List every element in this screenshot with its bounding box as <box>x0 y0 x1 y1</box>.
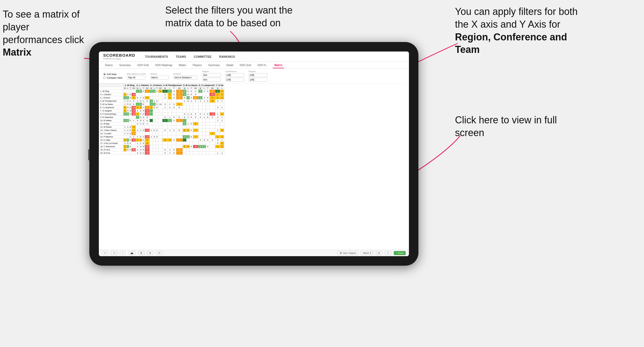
tab-detail[interactable]: Detail <box>225 63 235 68</box>
row-name-6: 6. C Lamprecht <box>99 106 123 109</box>
conference-select2[interactable]: (All) <box>225 78 244 82</box>
table-row: 11. M Ege 0101 0104 <box>99 122 224 126</box>
table-row: 4. M Thorbjornsen 1010 1010 010 1011 110… <box>99 99 224 103</box>
max-players-select[interactable]: Top 25 <box>127 76 146 79</box>
undo-button[interactable]: ↩ <box>102 251 108 255</box>
table-row: 14. J Lundin 11010 -7 <box>99 132 224 135</box>
share-button[interactable]: ↑ Share <box>394 251 406 255</box>
row-name-10: 10. B Valdes <box>99 119 123 122</box>
tab-h2h-grid2[interactable]: H2H Grid <box>238 63 253 68</box>
division-label: Division <box>173 73 198 75</box>
tab-players[interactable]: Players <box>191 63 203 68</box>
nav-teams[interactable]: TEAMS <box>175 54 187 59</box>
settings-button[interactable]: ⊕ <box>147 251 153 255</box>
watch-button[interactable]: Watch ▾ <box>361 251 373 255</box>
nav-rankings[interactable]: RANKINGS <box>218 54 236 59</box>
sh-w5: W <box>183 87 187 90</box>
tab-h2h-heatmap[interactable]: H2H Heatmap <box>154 63 174 68</box>
conference-select1[interactable]: (All) <box>225 73 244 77</box>
annotation-bottom-right: Click here to view in full screen <box>455 114 569 139</box>
redo-button[interactable]: ↪ <box>111 251 117 255</box>
screenshot-button[interactable]: 📷 <box>128 251 135 255</box>
col-header-3: 3. J Koivun <box>149 84 162 87</box>
table-row: 10. B Valdes 1101 0010 01011 11 <box>99 119 224 122</box>
filter-players: Players (All) (All) <box>249 70 268 82</box>
scoreboard-logo: SCOREBOARD Powered by clippd <box>103 53 135 60</box>
region-select2[interactable]: N/A <box>202 78 221 82</box>
annotation-top-right: You can apply filters for both the X axi… <box>455 5 580 56</box>
sh-t4: T <box>172 87 176 90</box>
sh-l6: L <box>203 87 206 90</box>
row-name-13: 13. J Skov Olesen <box>99 129 123 132</box>
sh-l4: L <box>168 87 172 90</box>
filter-max-players: Max players in view Top 25 <box>127 73 146 79</box>
row-name-16: 16. K Vilips <box>99 139 123 142</box>
col-header-5: 5. M La Sasso <box>183 84 198 87</box>
table-row: 20. M Ford 331-11 0107 11 <box>99 152 224 155</box>
bottom-bar: ↩ ↪ + 📷 ⊞ ⊕ ⏱ 🖥 View: Original Watch ▾ ⊡… <box>99 250 409 256</box>
sh-d4: Dif <box>176 87 183 90</box>
logo-main: SCOREBOARD <box>103 53 135 58</box>
table-row: 2. L Clanton 210-18 01013 0000 -24 22 <box>99 93 224 96</box>
sh-w7: W <box>215 87 220 90</box>
annotation-top-center: Select the filters you want the matrix d… <box>165 4 295 30</box>
watch-label: Watch <box>363 252 369 254</box>
logo-sub: Powered by clippd <box>103 58 135 60</box>
matrix-area[interactable]: 1. W Ding 2. L Clanton 3. J Koivun 4. M … <box>99 83 409 250</box>
expand-button[interactable]: ⤢ <box>385 251 391 255</box>
table-row: 7. G Sargent 203-16 220-15 <box>99 109 224 113</box>
sh-l3: L <box>153 87 156 90</box>
view-original-button[interactable]: 🖥 View: Original <box>337 251 358 255</box>
players-select1[interactable]: (All) <box>249 73 268 77</box>
col-header-7: 7. G Sa <box>215 84 224 87</box>
nav-committee[interactable]: COMMITTEE <box>193 54 213 59</box>
add-button[interactable]: + <box>120 251 126 255</box>
sh-l2: L <box>139 87 142 90</box>
view-original-icon: 🖥 <box>340 252 342 254</box>
gender-label: Gender <box>150 73 169 75</box>
tab-summary-players[interactable]: Summary <box>207 63 222 68</box>
share-label: Share <box>398 252 404 254</box>
timer-button[interactable]: ⏱ <box>156 251 162 255</box>
filters-row: Full View Compact View Max players in vi… <box>99 69 409 83</box>
players-select2[interactable]: (All) <box>249 78 268 82</box>
table-row: 16. K Vilips 310-25 2204 3308 0500 01 <box>99 139 224 142</box>
compact-view-label: Compact View <box>107 76 122 79</box>
tab-h2h-grid[interactable]: H2H Grid <box>136 63 150 68</box>
sub-nav: Teams Summary H2H Grid H2H Heatmap Matri… <box>99 62 409 69</box>
sh-t1: T <box>129 87 131 90</box>
table-row: 18. C Sherwood 200 130-15 220-10 010 45 <box>99 145 224 148</box>
row-name-15: 15. P Maichon <box>99 135 123 139</box>
sh-l5: L <box>187 87 190 90</box>
division-select[interactable]: NCAA Division I <box>173 76 198 79</box>
app-header: SCOREBOARD Powered by clippd TOURNAMENTS… <box>99 52 409 62</box>
full-view-option[interactable]: Full View <box>103 73 122 76</box>
tab-summary-main[interactable]: Summary <box>118 63 132 68</box>
sh-w1: W <box>123 87 127 90</box>
compact-view-option[interactable]: Compact View <box>103 76 122 79</box>
filter-region: Region N/A N/A <box>202 70 221 82</box>
tab-teams[interactable]: Teams <box>103 63 114 68</box>
compact-view-radio[interactable] <box>103 76 106 79</box>
table-row: 17. S De La Fuente 200 110-8 02 <box>99 142 224 145</box>
full-view-radio[interactable] <box>103 73 106 75</box>
filter-division: Division NCAA Division I <box>173 73 198 79</box>
tablet-screen: SCOREBOARD Powered by clippd TOURNAMENTS… <box>99 52 409 256</box>
screen-content: SCOREBOARD Powered by clippd TOURNAMENTS… <box>99 52 409 256</box>
filter-conference: Conference (All) (All) <box>225 70 244 82</box>
tab-h2h-h[interactable]: H2H H... <box>256 63 269 68</box>
table-row: 9. N Gabrelcik 0009 0100 0100 0100 01 <box>99 116 224 119</box>
col-header-2: 2. L Clanton <box>136 84 150 87</box>
nav-tournaments[interactable]: TOURNAMENTS <box>144 54 169 59</box>
table-row: 8. P Summerhays 510-48 220-16 0100 010-1… <box>99 113 224 116</box>
table-row: 1. W Ding 12011 110-2 12017 3000 01013 0… <box>99 90 224 93</box>
sh-w3: W <box>149 87 153 90</box>
tab-matrix-active[interactable]: Matrix <box>273 63 284 68</box>
present-button[interactable]: ⊡ <box>376 251 382 255</box>
region-select1[interactable]: N/A <box>202 73 221 77</box>
tab-matrix[interactable]: Matrix <box>177 63 188 68</box>
sh-d3: Dif <box>158 87 162 90</box>
grid-button[interactable]: ⊞ <box>138 251 144 255</box>
gender-select[interactable]: Men's <box>150 76 169 79</box>
sub-header-name <box>99 87 123 90</box>
